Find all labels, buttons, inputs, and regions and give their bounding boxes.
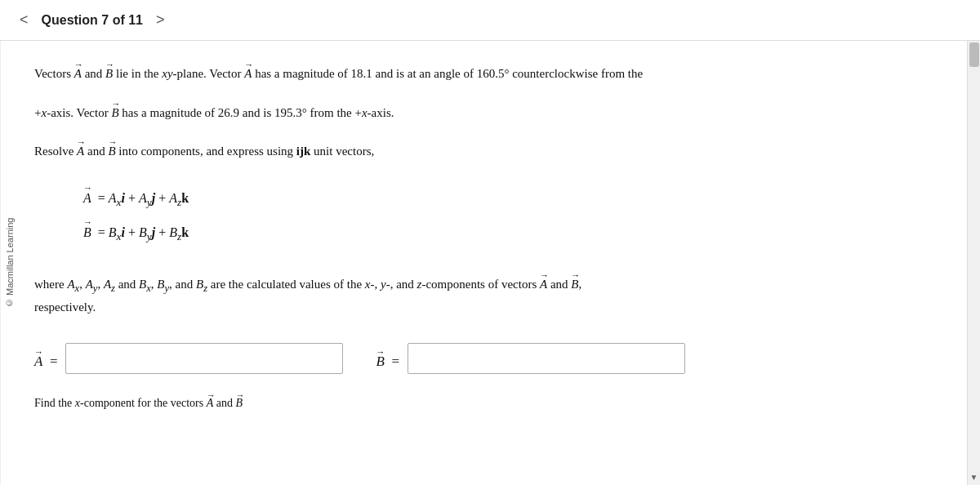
content-area: Vectors →A and →B lie in the xy-plane. V… [18,41,967,485]
bottom-hint: Find the x-component for the vectors →A … [34,390,942,410]
vector-B-ref2: →B [108,135,115,162]
vector-B-label: →B [105,57,113,85]
main-content: © Macmillan Learning Vectors →A and →B l… [0,41,980,485]
question-label: Question 7 of 11 [42,13,143,28]
equations-block: →A = Axi + Ayj + Azk →B = Bxi + Byj + Bz… [83,179,942,249]
equation-A: →A = Axi + Ayj + Azk [83,179,942,214]
vector-A-ref2: →A [77,135,84,162]
resolve-text: Resolve →A and →B into components, and e… [34,135,942,162]
next-arrow[interactable]: > [149,8,172,32]
scrollbar-thumb[interactable] [969,42,979,67]
answer-B-label: →B = [376,347,399,370]
scroll-down-arrow[interactable]: ▼ [969,471,980,483]
answer-B-input[interactable] [408,343,685,374]
scrollbar: ▲ ▼ [967,41,980,485]
sidebar-copyright: © Macmillan Learning [0,41,18,485]
vector-A-label: →A [74,57,82,85]
vector-A-ref1: →A [244,57,252,85]
answer-row: →A = →B = [34,343,942,374]
problem-text-line2: +x-axis. Vector →B has a magnitude of 26… [34,96,942,124]
where-text: where Ax, Ay, Az and Bx, By, and Bz are … [34,268,942,318]
answer-group-B: →B = [376,343,684,374]
top-bar: < Question 7 of 11 > [0,0,980,41]
equation-B: →B = Bxi + Byj + Bzk [83,213,942,248]
answer-group-A: →A = [34,343,343,374]
answer-A-label: →A = [34,347,57,370]
answer-A-input[interactable] [65,343,343,374]
vector-B-ref1: →B [111,96,118,124]
problem-text-line1: Vectors →A and →B lie in the xy-plane. V… [34,57,942,85]
prev-arrow[interactable]: < [13,8,35,32]
